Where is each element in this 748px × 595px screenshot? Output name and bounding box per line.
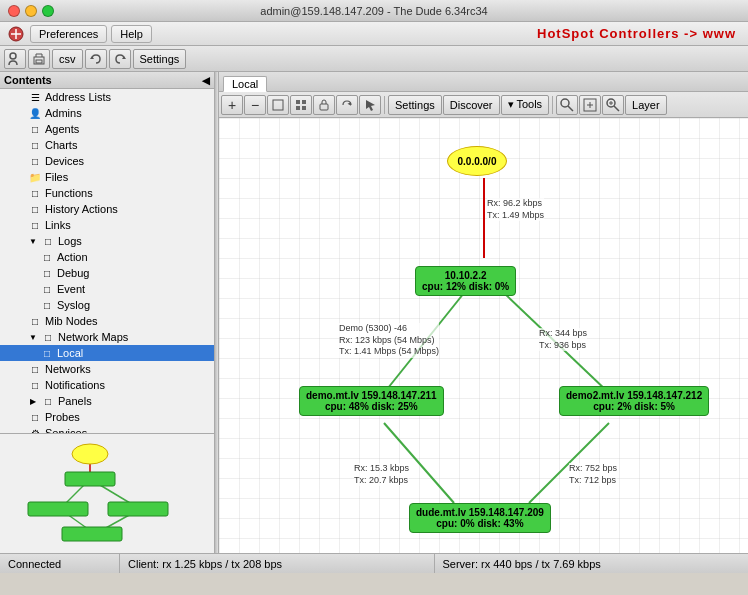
event-icon: □ xyxy=(40,282,54,296)
discover-button[interactable]: Discover xyxy=(443,95,500,115)
sidebar-item-devices[interactable]: □ Devices xyxy=(0,153,214,169)
sidebar-tree: ☰ Address Lists 👤 Admins □ Agents □ Char… xyxy=(0,89,214,433)
settings-button[interactable]: Settings xyxy=(133,49,187,69)
sidebar-item-label: Links xyxy=(45,219,71,231)
list-icon: ☰ xyxy=(28,90,42,104)
sidebar-item-panels[interactable]: ▶ □ Panels xyxy=(0,393,214,409)
preferences-button[interactable]: Preferences xyxy=(30,25,107,43)
demo-box: demo.mt.lv 159.148.147.211cpu: 48% disk:… xyxy=(299,386,444,416)
router-node[interactable]: 10.10.2.2cpu: 12% disk: 0% xyxy=(415,266,516,296)
sidebar-item-functions[interactable]: □ Functions xyxy=(0,185,214,201)
menubar: Preferences Help HotSpot Controllers -> … xyxy=(0,22,748,46)
sidebar-item-local[interactable]: □ Local xyxy=(0,345,214,361)
sidebar-item-networks[interactable]: □ Networks xyxy=(0,361,214,377)
sidebar-item-network-maps[interactable]: ▼ □ Network Maps xyxy=(0,329,214,345)
refresh-icon[interactable] xyxy=(267,95,289,115)
link-label-demo2-dude: Rx: 752 bpsTx: 712 bps xyxy=(569,463,617,486)
gateway-node[interactable]: 0.0.0.0/0 xyxy=(447,146,507,176)
connected-status: Connected xyxy=(0,554,120,573)
sidebar-item-label: Logs xyxy=(58,235,82,247)
users-icon[interactable] xyxy=(4,49,26,69)
map-settings-button[interactable]: Settings xyxy=(388,95,442,115)
remove-button[interactable]: − xyxy=(244,95,266,115)
sidebar-item-mib-nodes[interactable]: □ Mib Nodes xyxy=(0,313,214,329)
sidebar-item-action[interactable]: □ Action xyxy=(0,249,214,265)
sidebar-item-charts[interactable]: □ Charts xyxy=(0,137,214,153)
separator xyxy=(384,96,385,114)
sidebar-item-admins[interactable]: 👤 Admins xyxy=(0,105,214,121)
redo-icon[interactable] xyxy=(109,49,131,69)
svg-rect-5 xyxy=(36,60,42,63)
main-area: Contents ◀ ☰ Address Lists 👤 Admins □ Ag… xyxy=(0,72,748,553)
demo2-node[interactable]: demo2.mt.lv 159.148.147.212cpu: 2% disk:… xyxy=(559,386,709,416)
help-button[interactable]: Help xyxy=(111,25,152,43)
demo-node[interactable]: demo.mt.lv 159.148.147.211cpu: 48% disk:… xyxy=(299,386,444,416)
device-icon: □ xyxy=(28,154,42,168)
map-tab-local[interactable]: Local xyxy=(223,76,267,92)
map-tab-bar: Local xyxy=(219,72,748,92)
sidebar-item-label: Functions xyxy=(45,187,93,199)
separator xyxy=(552,96,553,114)
sidebar-item-links[interactable]: □ Links xyxy=(0,217,214,233)
sidebar-item-debug[interactable]: □ Debug xyxy=(0,265,214,281)
zoom-fit-icon[interactable] xyxy=(579,95,601,115)
svg-rect-20 xyxy=(296,100,300,104)
sidebar-collapse-icon[interactable]: ◀ xyxy=(202,75,210,86)
undo-icon[interactable] xyxy=(85,49,107,69)
window-title: admin@159.148.147.209 - The Dude 6.34rc3… xyxy=(260,5,487,17)
svg-rect-17 xyxy=(108,502,168,516)
sidebar-item-event[interactable]: □ Event xyxy=(0,281,214,297)
agent-icon: □ xyxy=(28,122,42,136)
csv-button[interactable]: csv xyxy=(52,49,83,69)
sidebar-item-probes[interactable]: □ Probes xyxy=(0,409,214,425)
zoom-icon[interactable] xyxy=(602,95,624,115)
sidebar-item-services[interactable]: ⚙ Services xyxy=(0,425,214,433)
svg-rect-15 xyxy=(65,472,115,486)
sidebar-item-logs[interactable]: ▼ □ Logs xyxy=(0,233,214,249)
sidebar-header: Contents ◀ xyxy=(0,72,214,89)
sidebar-item-label: Probes xyxy=(45,411,80,423)
sidebar-item-history-actions[interactable]: □ History Actions xyxy=(0,201,214,217)
grid-icon[interactable] xyxy=(290,95,312,115)
dude-node[interactable]: dude.mt.lv 159.148.147.209cpu: 0% disk: … xyxy=(409,503,551,533)
cursor-icon[interactable] xyxy=(359,95,381,115)
tools-button[interactable]: ▾ Tools xyxy=(501,95,550,115)
minimize-button[interactable] xyxy=(25,5,37,17)
search-map-icon[interactable] xyxy=(556,95,578,115)
syslog-icon: □ xyxy=(40,298,54,312)
svg-marker-26 xyxy=(366,100,375,111)
sidebar-item-label: Debug xyxy=(57,267,89,279)
local-icon: □ xyxy=(40,346,54,360)
action-icon: □ xyxy=(40,250,54,264)
sidebar-item-notifications[interactable]: □ Notifications xyxy=(0,377,214,393)
add-button[interactable]: + xyxy=(221,95,243,115)
hotspot-title: HotSpot Controllers -> www xyxy=(537,26,744,41)
sidebar-item-label: Mib Nodes xyxy=(45,315,98,327)
close-button[interactable] xyxy=(8,5,20,17)
expand-icon: ▶ xyxy=(28,396,38,406)
link-icon: □ xyxy=(28,218,42,232)
sidebar-item-files[interactable]: 📁 Files xyxy=(0,169,214,185)
svg-rect-18 xyxy=(62,527,122,541)
sidebar-item-address-lists[interactable]: ☰ Address Lists xyxy=(0,89,214,105)
sidebar-item-syslog[interactable]: □ Syslog xyxy=(0,297,214,313)
map-canvas[interactable]: 0.0.0.0/0 Rx: 96.2 kbpsTx: 1.49 Mbps 10.… xyxy=(219,118,748,553)
sidebar-item-label: Local xyxy=(57,347,83,359)
app-icon xyxy=(4,24,28,44)
layer-button[interactable]: Layer xyxy=(625,95,667,115)
sidebar-item-label: Network Maps xyxy=(58,331,128,343)
sidebar: Contents ◀ ☰ Address Lists 👤 Admins □ Ag… xyxy=(0,72,215,553)
history-icon: □ xyxy=(28,202,42,216)
rotate-icon[interactable] xyxy=(336,95,358,115)
titlebar: admin@159.148.147.209 - The Dude 6.34rc3… xyxy=(0,0,748,22)
sidebar-item-label: Notifications xyxy=(45,379,105,391)
print-icon[interactable] xyxy=(28,49,50,69)
map-toolbar: + − xyxy=(219,92,748,118)
sidebar-item-label: Files xyxy=(45,171,68,183)
sidebar-item-agents[interactable]: □ Agents xyxy=(0,121,214,137)
maximize-button[interactable] xyxy=(42,5,54,17)
router-box: 10.10.2.2cpu: 12% disk: 0% xyxy=(415,266,516,296)
lock-icon[interactable] xyxy=(313,95,335,115)
svg-rect-21 xyxy=(302,100,306,104)
sidebar-item-label: Event xyxy=(57,283,85,295)
